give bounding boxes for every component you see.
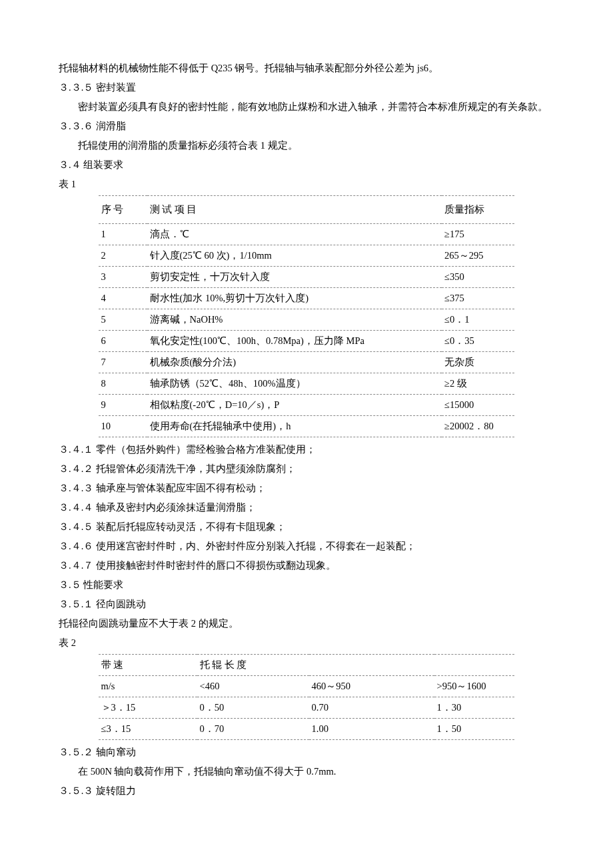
table-row: 8轴承防锈（52℃、48h、100%温度）≥2 级 bbox=[99, 373, 515, 395]
table-header-row: 带 速 托 辊 长 度 bbox=[99, 655, 515, 676]
item-3-4-4: ３.４.４ 轴承及密封内必须涂抹适量润滑脂； bbox=[59, 498, 554, 517]
table-row: ≤3．15 0．70 1.00 1．50 bbox=[99, 719, 515, 740]
heading-3-5: ３.５ 性能要求 bbox=[59, 575, 554, 595]
table-2: 带 速 托 辊 长 度 m/s <460 460～950 >950～1600 ＞… bbox=[99, 654, 515, 740]
table-row: 1滴点．℃≥175 bbox=[99, 224, 515, 245]
table-label: 表 2 bbox=[59, 633, 554, 653]
heading-3-5-1: ３.５.１ 径向圆跳动 bbox=[59, 595, 554, 614]
heading-3-3-6: ３.３.６ 润滑脂 bbox=[59, 117, 554, 136]
item-3-4-1: ３.４.１ 零件（包括外购件）需经检验合格方准装配使用； bbox=[59, 440, 554, 459]
table-row: 4耐水性(加水 10%,剪切十万次针入度)≤375 bbox=[99, 288, 515, 309]
table-row: 5游离碱，NaOH%≤0．1 bbox=[99, 309, 515, 331]
col-header-length: 托 辊 长 度 bbox=[197, 655, 309, 676]
item-3-4-7: ３.４.７ 使用接触密封件时密封件的唇口不得损伤或翻边现象。 bbox=[59, 556, 554, 575]
col-header-spec: 质量指标 bbox=[442, 196, 514, 224]
body-text: 密封装置必须具有良好的密封性能，能有效地防止煤粉和水进入轴承，并需符合本标准所规… bbox=[59, 97, 554, 117]
table-row: ＞3．15 0．50 0.70 1．30 bbox=[99, 697, 515, 719]
heading-3-5-2: ３.５.２ 轴向窜动 bbox=[59, 743, 554, 762]
table-label: 表 1 bbox=[59, 175, 554, 194]
item-3-4-5: ３.４.５ 装配后托辊应转动灵活，不得有卡阻现象； bbox=[59, 517, 554, 537]
table-row: 3剪切安定性，十万次针入度≤350 bbox=[99, 267, 515, 288]
table-1: 序 号 测 试 项 目 质量指标 1滴点．℃≥175 2针入度(25℃ 60 次… bbox=[99, 195, 515, 437]
col-header-no: 序 号 bbox=[99, 196, 147, 224]
document-page: 托辊轴材料的机械物性能不得低于 Q235 钢号。托辊轴与轴承装配部分外径公差为 … bbox=[0, 0, 613, 827]
body-text: 托辊使用的润滑脂的质量指标必须符合表 1 规定。 bbox=[59, 136, 554, 155]
item-3-4-2: ３.４.２ 托辊管体必须清洗干净，其内壁须涂防腐剂； bbox=[59, 459, 554, 479]
table-row: 7机械杂质(酸分介法)无杂质 bbox=[99, 352, 515, 373]
body-text: 托辊径向圆跳动量应不大于表 2 的规定。 bbox=[59, 614, 554, 633]
item-3-4-3: ３.４.３ 轴承座与管体装配应牢固不得有松动； bbox=[59, 479, 554, 498]
table-row: 2针入度(25℃ 60 次)，1/10mm265～295 bbox=[99, 245, 515, 267]
heading-3-5-3: ３.５.３ 旋转阻力 bbox=[59, 781, 554, 801]
col-header-speed: 带 速 bbox=[99, 655, 197, 676]
body-text: 托辊轴材料的机械物性能不得低于 Q235 钢号。托辊轴与轴承装配部分外径公差为 … bbox=[59, 59, 554, 78]
heading-3-4: ３.４ 组装要求 bbox=[59, 155, 554, 175]
col-header-item: 测 试 项 目 bbox=[147, 196, 442, 224]
table-row: 9相似粘度(-20℃，D=10／s)，P≤15000 bbox=[99, 395, 515, 416]
heading-3-3-5: ３.３.５ 密封装置 bbox=[59, 78, 554, 97]
body-text: 在 500N 轴向载荷作用下，托辊轴向窜动值不得大于 0.7mm. bbox=[59, 762, 554, 781]
table-row: 6氧化安定性(100℃、100h、0.78Mpa)，压力降 MPa≤0．35 bbox=[99, 331, 515, 352]
table-header-row: 序 号 测 试 项 目 质量指标 bbox=[99, 196, 515, 224]
table-row: m/s <460 460～950 >950～1600 bbox=[99, 676, 515, 697]
item-3-4-6: ３.４.６ 使用迷宫密封件时，内、外密封件应分别装入托辊，不得套在一起装配； bbox=[59, 537, 554, 556]
table-row: 10使用寿命(在托辊轴承中使用)，h≥20002．80 bbox=[99, 416, 515, 437]
